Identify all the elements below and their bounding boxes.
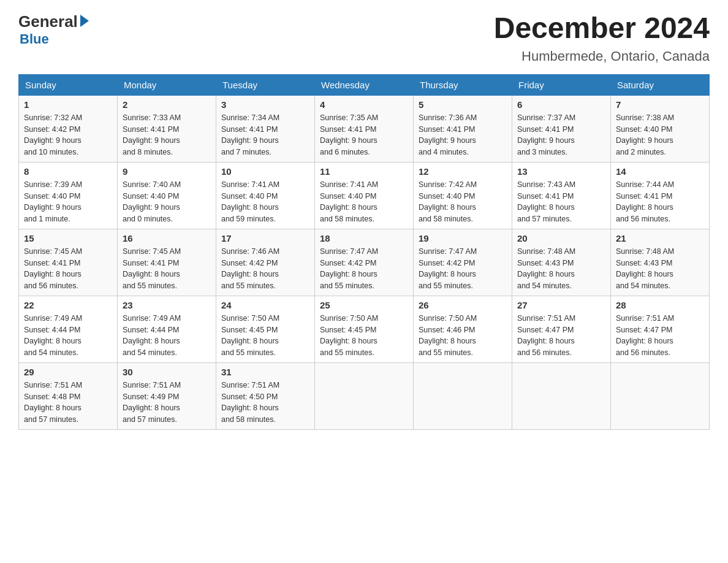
calendar-week-row: 22Sunrise: 7:49 AMSunset: 4:44 PMDayligh… (19, 296, 710, 362)
day-info: Sunrise: 7:50 AMSunset: 4:45 PMDaylight:… (221, 313, 309, 359)
calendar-day-cell: 13Sunrise: 7:43 AMSunset: 4:41 PMDayligh… (512, 162, 611, 229)
title-section: December 2024 Humbermede, Ontario, Canad… (494, 12, 710, 64)
calendar-day-cell: 8Sunrise: 7:39 AMSunset: 4:40 PMDaylight… (19, 162, 118, 229)
day-number: 3 (221, 99, 309, 110)
day-info: Sunrise: 7:32 AMSunset: 4:42 PMDaylight:… (24, 112, 112, 158)
calendar-week-row: 15Sunrise: 7:45 AMSunset: 4:41 PMDayligh… (19, 229, 710, 296)
day-info: Sunrise: 7:51 AMSunset: 4:49 PMDaylight:… (123, 380, 211, 426)
calendar-day-cell: 24Sunrise: 7:50 AMSunset: 4:45 PMDayligh… (216, 296, 315, 362)
day-info: Sunrise: 7:46 AMSunset: 4:42 PMDaylight:… (221, 246, 309, 292)
calendar-day-cell: 3Sunrise: 7:34 AMSunset: 4:41 PMDaylight… (216, 95, 315, 162)
calendar-empty-cell (611, 362, 710, 429)
day-info: Sunrise: 7:42 AMSunset: 4:40 PMDaylight:… (419, 179, 507, 225)
calendar-day-cell: 25Sunrise: 7:50 AMSunset: 4:45 PMDayligh… (315, 296, 414, 362)
day-number: 30 (123, 367, 211, 377)
day-info: Sunrise: 7:41 AMSunset: 4:40 PMDaylight:… (221, 179, 309, 225)
weekday-header-tuesday: Tuesday (216, 74, 315, 95)
calendar-subtitle: Humbermede, Ontario, Canada (494, 48, 710, 64)
day-number: 31 (221, 367, 309, 377)
logo-triangle-icon (80, 15, 89, 27)
day-info: Sunrise: 7:49 AMSunset: 4:44 PMDaylight:… (123, 313, 211, 359)
day-number: 27 (517, 300, 605, 310)
day-number: 21 (616, 233, 704, 243)
day-number: 2 (123, 99, 211, 110)
day-number: 24 (221, 300, 309, 310)
weekday-header-saturday: Saturday (611, 74, 710, 95)
day-info: Sunrise: 7:43 AMSunset: 4:41 PMDaylight:… (517, 179, 605, 225)
day-info: Sunrise: 7:47 AMSunset: 4:42 PMDaylight:… (419, 246, 507, 292)
calendar-day-cell: 28Sunrise: 7:51 AMSunset: 4:47 PMDayligh… (611, 296, 710, 362)
day-info: Sunrise: 7:45 AMSunset: 4:41 PMDaylight:… (123, 246, 211, 292)
calendar-empty-cell (512, 362, 611, 429)
day-info: Sunrise: 7:39 AMSunset: 4:40 PMDaylight:… (24, 179, 112, 225)
day-info: Sunrise: 7:38 AMSunset: 4:40 PMDaylight:… (616, 112, 704, 158)
day-number: 13 (517, 166, 605, 177)
calendar-day-cell: 7Sunrise: 7:38 AMSunset: 4:40 PMDaylight… (611, 95, 710, 162)
calendar-day-cell: 10Sunrise: 7:41 AMSunset: 4:40 PMDayligh… (216, 162, 315, 229)
calendar-day-cell: 26Sunrise: 7:50 AMSunset: 4:46 PMDayligh… (414, 296, 512, 362)
day-info: Sunrise: 7:40 AMSunset: 4:40 PMDaylight:… (123, 179, 211, 225)
day-info: Sunrise: 7:51 AMSunset: 4:50 PMDaylight:… (221, 380, 309, 426)
day-number: 22 (24, 300, 112, 310)
calendar-day-cell: 2Sunrise: 7:33 AMSunset: 4:41 PMDaylight… (118, 95, 216, 162)
calendar-day-cell: 15Sunrise: 7:45 AMSunset: 4:41 PMDayligh… (19, 229, 118, 296)
day-info: Sunrise: 7:51 AMSunset: 4:48 PMDaylight:… (24, 380, 112, 426)
day-info: Sunrise: 7:50 AMSunset: 4:45 PMDaylight:… (320, 313, 408, 359)
day-info: Sunrise: 7:47 AMSunset: 4:42 PMDaylight:… (320, 246, 408, 292)
day-number: 18 (320, 233, 408, 243)
calendar-week-row: 8Sunrise: 7:39 AMSunset: 4:40 PMDaylight… (19, 162, 710, 229)
calendar-day-cell: 20Sunrise: 7:48 AMSunset: 4:43 PMDayligh… (512, 229, 611, 296)
calendar-day-cell: 21Sunrise: 7:48 AMSunset: 4:43 PMDayligh… (611, 229, 710, 296)
day-info: Sunrise: 7:50 AMSunset: 4:46 PMDaylight:… (419, 313, 507, 359)
calendar-day-cell: 27Sunrise: 7:51 AMSunset: 4:47 PMDayligh… (512, 296, 611, 362)
day-number: 15 (24, 233, 112, 243)
calendar-day-cell: 11Sunrise: 7:41 AMSunset: 4:40 PMDayligh… (315, 162, 414, 229)
calendar-day-cell: 14Sunrise: 7:44 AMSunset: 4:41 PMDayligh… (611, 162, 710, 229)
calendar-day-cell: 12Sunrise: 7:42 AMSunset: 4:40 PMDayligh… (414, 162, 512, 229)
calendar-empty-cell (414, 362, 512, 429)
day-number: 23 (123, 300, 211, 310)
calendar-title: December 2024 (494, 12, 710, 45)
day-number: 1 (24, 99, 112, 110)
weekday-header-wednesday: Wednesday (315, 74, 414, 95)
weekday-header-friday: Friday (512, 74, 611, 95)
calendar-table: SundayMondayTuesdayWednesdayThursdayFrid… (18, 74, 710, 430)
calendar-day-cell: 18Sunrise: 7:47 AMSunset: 4:42 PMDayligh… (315, 229, 414, 296)
calendar-empty-cell (315, 362, 414, 429)
calendar-day-cell: 4Sunrise: 7:35 AMSunset: 4:41 PMDaylight… (315, 95, 414, 162)
calendar-day-cell: 22Sunrise: 7:49 AMSunset: 4:44 PMDayligh… (19, 296, 118, 362)
day-number: 25 (320, 300, 408, 310)
calendar-day-cell: 9Sunrise: 7:40 AMSunset: 4:40 PMDaylight… (118, 162, 216, 229)
day-info: Sunrise: 7:48 AMSunset: 4:43 PMDaylight:… (616, 246, 704, 292)
day-number: 5 (419, 99, 507, 110)
day-info: Sunrise: 7:45 AMSunset: 4:41 PMDaylight:… (24, 246, 112, 292)
day-number: 17 (221, 233, 309, 243)
day-info: Sunrise: 7:35 AMSunset: 4:41 PMDaylight:… (320, 112, 408, 158)
day-number: 12 (419, 166, 507, 177)
day-number: 14 (616, 166, 704, 177)
calendar-day-cell: 29Sunrise: 7:51 AMSunset: 4:48 PMDayligh… (19, 362, 118, 429)
day-number: 26 (419, 300, 507, 310)
calendar-day-cell: 19Sunrise: 7:47 AMSunset: 4:42 PMDayligh… (414, 229, 512, 296)
weekday-header-row: SundayMondayTuesdayWednesdayThursdayFrid… (19, 74, 710, 95)
day-info: Sunrise: 7:33 AMSunset: 4:41 PMDaylight:… (123, 112, 211, 158)
page-header: General Blue December 2024 Humbermede, O… (18, 12, 710, 64)
day-number: 4 (320, 99, 408, 110)
calendar-day-cell: 5Sunrise: 7:36 AMSunset: 4:41 PMDaylight… (414, 95, 512, 162)
day-info: Sunrise: 7:48 AMSunset: 4:43 PMDaylight:… (517, 246, 605, 292)
day-number: 9 (123, 166, 211, 177)
day-info: Sunrise: 7:44 AMSunset: 4:41 PMDaylight:… (616, 179, 704, 225)
logo-top: General (18, 12, 89, 31)
day-number: 28 (616, 300, 704, 310)
logo-blue-text: Blue (20, 31, 49, 47)
day-info: Sunrise: 7:41 AMSunset: 4:40 PMDaylight:… (320, 179, 408, 225)
day-info: Sunrise: 7:51 AMSunset: 4:47 PMDaylight:… (517, 313, 605, 359)
calendar-week-row: 29Sunrise: 7:51 AMSunset: 4:48 PMDayligh… (19, 362, 710, 429)
weekday-header-thursday: Thursday (414, 74, 512, 95)
day-info: Sunrise: 7:51 AMSunset: 4:47 PMDaylight:… (616, 313, 704, 359)
day-number: 19 (419, 233, 507, 243)
calendar-day-cell: 17Sunrise: 7:46 AMSunset: 4:42 PMDayligh… (216, 229, 315, 296)
calendar-day-cell: 30Sunrise: 7:51 AMSunset: 4:49 PMDayligh… (118, 362, 216, 429)
day-number: 20 (517, 233, 605, 243)
day-info: Sunrise: 7:36 AMSunset: 4:41 PMDaylight:… (419, 112, 507, 158)
